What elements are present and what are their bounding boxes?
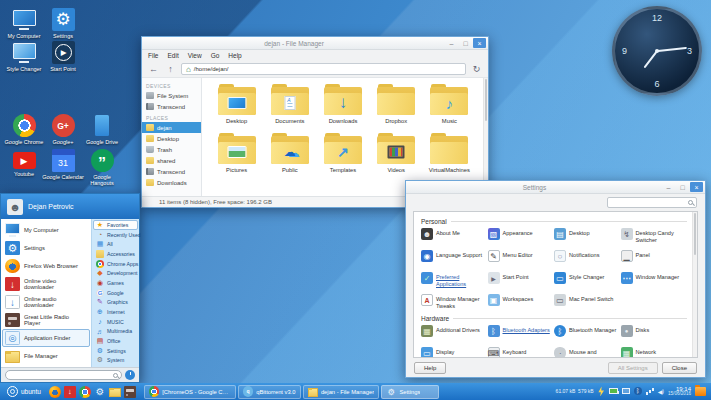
settings-titlebar[interactable]: Settings – □ ×: [406, 181, 705, 194]
start-menu-category[interactable]: Accessories: [93, 249, 138, 259]
power-button[interactable]: [125, 370, 135, 380]
display-tray-icon[interactable]: [622, 388, 630, 394]
folder-item[interactable]: Downloads: [316, 87, 369, 125]
close-button[interactable]: ×: [473, 38, 486, 48]
desktop-icon[interactable]: Google Calendar: [42, 149, 84, 180]
start-menu-search-box[interactable]: [5, 370, 122, 380]
start-menu-category[interactable]: All: [93, 239, 138, 249]
quick-launch-icon[interactable]: [49, 386, 61, 398]
folder-item[interactable]: VirtualMachines: [423, 136, 476, 174]
folder-item[interactable]: Desktop: [210, 87, 263, 125]
desktop-icon[interactable]: Google Chrome: [3, 114, 45, 145]
reload-button[interactable]: ↻: [470, 64, 483, 74]
settings-item[interactable]: Menu Editor: [488, 250, 555, 267]
close-button[interactable]: ×: [690, 182, 703, 192]
taskbar-window-button[interactable]: dejan - File Manager: [303, 385, 380, 399]
start-menu-category[interactable]: Recently Used: [93, 230, 138, 240]
start-menu-category[interactable]: Chrome Apps: [93, 259, 138, 269]
bluetooth-tray-icon[interactable]: [634, 387, 642, 395]
start-menu-app-item[interactable]: File Manager: [2, 347, 90, 365]
start-menu-category[interactable]: Multimedia: [93, 327, 138, 337]
folder-item[interactable]: Dropbox: [370, 87, 423, 125]
desktop-icon[interactable]: Style Changer: [3, 41, 45, 72]
start-menu-app-item[interactable]: Online audio downloader: [2, 293, 90, 311]
menu-item[interactable]: Go: [211, 52, 220, 59]
quick-launch-icon[interactable]: [109, 386, 121, 398]
close-settings-button[interactable]: Close: [662, 362, 697, 374]
folder-item[interactable]: Public: [263, 136, 316, 174]
start-menu-app-item[interactable]: Settings: [2, 239, 90, 257]
minimize-button[interactable]: –: [662, 182, 675, 192]
sidebar-place-item[interactable]: Downloads: [142, 177, 201, 188]
start-menu-category[interactable]: Settings: [93, 346, 138, 356]
volume-icon[interactable]: [658, 388, 664, 395]
taskbar-window-button[interactable]: [ChromeOS - Google Chrome]: [144, 385, 236, 399]
sidebar-device-item[interactable]: Transcend: [142, 101, 201, 112]
up-button[interactable]: ↑: [164, 64, 177, 74]
desktop-icon[interactable]: Start Point: [42, 41, 84, 72]
search-input[interactable]: [611, 200, 688, 206]
desktop-icon[interactable]: Google+: [42, 114, 84, 145]
quick-launch-icon[interactable]: [79, 386, 91, 398]
battery-icon[interactable]: [609, 388, 618, 394]
folder-item[interactable]: Templates: [316, 136, 369, 174]
taskbar-clock[interactable]: 19:14 15/06/2016: [668, 386, 691, 397]
desktop-icon[interactable]: Google Drive: [81, 114, 123, 145]
network-tray-icon[interactable]: [646, 388, 654, 395]
user-avatar[interactable]: [7, 199, 23, 215]
sidebar-place-item[interactable]: Desktop: [142, 133, 201, 144]
folder-item[interactable]: Music: [423, 87, 476, 125]
start-menu-app-item[interactable]: Great Little Radio Player: [2, 311, 90, 329]
desktop-icon[interactable]: Google Hangouts: [81, 149, 123, 187]
all-settings-button[interactable]: All Settings: [608, 362, 658, 374]
settings-item[interactable]: Notifications: [554, 250, 621, 267]
taskbar-window-button[interactable]: Settings: [381, 385, 439, 399]
start-menu-app-item[interactable]: Firefox Web Browser: [2, 257, 90, 275]
settings-item[interactable]: Start Point: [488, 272, 555, 289]
settings-scrollbar[interactable]: [692, 212, 697, 357]
desktop-icon[interactable]: Youtube: [3, 149, 45, 177]
start-menu-category[interactable]: MUSIC: [93, 317, 138, 327]
settings-item[interactable]: Desktop Candy Switcher: [621, 228, 688, 245]
minimize-button[interactable]: –: [445, 38, 458, 48]
places-tray-icon[interactable]: [695, 387, 706, 396]
settings-item[interactable]: Style Changer: [554, 272, 621, 289]
start-menu-app-item[interactable]: Application Finder: [2, 329, 90, 347]
quick-launch-icon[interactable]: [94, 386, 106, 398]
settings-item[interactable]: About Me: [421, 228, 488, 245]
desktop-icon[interactable]: My Computer: [3, 8, 45, 39]
power-manager-icon[interactable]: [598, 386, 605, 396]
vertical-scrollbar[interactable]: [483, 78, 488, 196]
sidebar-place-item[interactable]: shared: [142, 155, 201, 166]
quick-launch-icon[interactable]: [124, 386, 136, 398]
settings-item[interactable]: Bluetooth Manager: [554, 325, 621, 342]
desktop-icon[interactable]: Settings: [42, 8, 84, 39]
sidebar-place-item[interactable]: Transcend: [142, 166, 201, 177]
settings-item[interactable]: Appearance: [488, 228, 555, 245]
settings-item[interactable]: Disks: [621, 325, 688, 342]
address-bar[interactable]: ⌂ /home/dejan/: [181, 63, 466, 75]
start-menu-category[interactable]: System: [93, 356, 138, 366]
start-menu-category[interactable]: Internet: [93, 307, 138, 317]
back-button[interactable]: ←: [147, 64, 160, 74]
settings-item[interactable]: Workspaces: [488, 294, 555, 311]
file-manager-titlebar[interactable]: dejan - File Manager – □ ×: [142, 37, 488, 50]
settings-item[interactable]: Additional Drivers: [421, 325, 488, 342]
maximize-button[interactable]: □: [459, 38, 472, 48]
sidebar-place-item[interactable]: Trash: [142, 144, 201, 155]
folder-item[interactable]: Pictures: [210, 136, 263, 174]
menu-item[interactable]: Edit: [167, 52, 178, 59]
settings-item[interactable]: Bluetooth Adapters: [488, 325, 555, 342]
taskbar-window-button[interactable]: qBittorrent v3.0: [238, 385, 301, 399]
menu-item[interactable]: File: [148, 52, 158, 59]
help-button[interactable]: Help: [414, 362, 446, 374]
start-menu-search-input[interactable]: [9, 372, 113, 378]
sidebar-device-item[interactable]: File System: [142, 90, 201, 101]
settings-search-box[interactable]: [607, 197, 697, 208]
settings-item[interactable]: Display: [421, 347, 488, 358]
start-menu-category[interactable]: Favorites: [93, 220, 138, 230]
quick-launch-icon[interactable]: [64, 386, 76, 398]
start-menu-category[interactable]: Office: [93, 336, 138, 346]
settings-item[interactable]: Desktop: [554, 228, 621, 245]
start-button[interactable]: ubuntu: [3, 383, 45, 400]
